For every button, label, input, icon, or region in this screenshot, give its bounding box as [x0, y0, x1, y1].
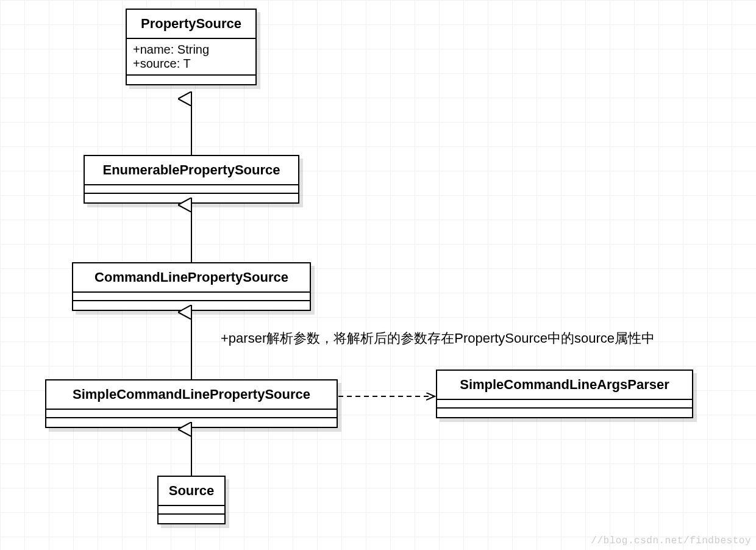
class-simple-commandline-propertysource: SimpleCommandLinePropertySource — [45, 379, 338, 428]
class-title: SimpleCommandLineArgsParser — [437, 371, 692, 400]
class-attrs — [437, 400, 692, 409]
class-title: EnumerablePropertySource — [85, 156, 298, 185]
class-methods — [46, 418, 337, 427]
attr-row: +source: T — [133, 57, 249, 71]
class-attrs — [46, 410, 337, 418]
class-methods — [437, 409, 692, 417]
class-simple-commandline-args-parser: SimpleCommandLineArgsParser — [436, 370, 693, 418]
class-attrs — [159, 506, 224, 515]
class-title: CommandLinePropertySource — [73, 263, 310, 293]
class-methods — [85, 194, 298, 202]
class-methods — [73, 301, 310, 310]
watermark: //blog.csdn.net/findbestoy — [591, 535, 751, 546]
note-text: +parser解析参数，将解析后的参数存在PropertySource中的sou… — [221, 329, 655, 348]
attr-row: +name: String — [133, 43, 249, 57]
class-title: SimpleCommandLinePropertySource — [46, 380, 337, 410]
class-methods — [159, 515, 224, 523]
class-attrs: +name: String +source: T — [127, 39, 255, 76]
class-attrs — [73, 293, 310, 301]
class-propertysource: PropertySource +name: String +source: T — [126, 9, 257, 85]
class-title: Source — [159, 477, 224, 506]
class-attrs — [85, 185, 298, 194]
class-enumerable-propertysource: EnumerablePropertySource — [84, 155, 299, 204]
class-methods — [127, 76, 255, 84]
class-commandline-propertysource: CommandLinePropertySource — [72, 262, 311, 311]
class-title: PropertySource — [127, 10, 255, 39]
class-source: Source — [157, 476, 226, 524]
